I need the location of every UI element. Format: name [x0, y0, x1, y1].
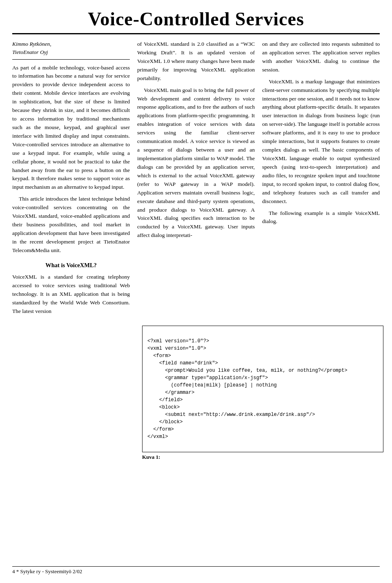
code-caption: Kuva 1: — [142, 454, 383, 460]
code-block: <?xml version="1.0"?> <vxml version="1.0… — [142, 326, 383, 452]
col1-p1: As part of a mobile technology, voice-ba… — [12, 64, 130, 192]
section-heading-what: What is VoiceXML? — [12, 261, 130, 270]
col3-p2: VoiceXML is a markup language that minim… — [262, 78, 380, 206]
column-right: on and they are collected into requests … — [262, 40, 380, 229]
author-name1: Kimmo Rytkönen, — [12, 40, 130, 48]
three-columns: Kimmo Rytkönen, TietoEnator Oyj As part … — [12, 40, 380, 319]
col3-p1: on and they are collected into requests … — [262, 40, 380, 74]
page-wrapper: Voice-Controlled Services Kimmo Rytkönen… — [0, 0, 392, 485]
col3-p3: The following example is a simple VoiceX… — [262, 209, 380, 226]
footer-text: 4 * Sytyke ry - Systeemityö 2/02 — [12, 568, 82, 574]
column-left: Kimmo Rytkönen, TietoEnator Oyj As part … — [12, 40, 130, 319]
page-title: Voice-Controlled Services — [12, 8, 380, 30]
title-section: Voice-Controlled Services — [12, 8, 380, 34]
page-footer: 4 * Sytyke ry - Systeemityö 2/02 — [12, 566, 380, 575]
column-middle: of VoiceXML standard is 2.0 classified a… — [137, 40, 255, 243]
col2-p2: VoiceXML main goal is to bring the full … — [137, 86, 255, 240]
col2-p1: of VoiceXML standard is 2.0 classified a… — [137, 40, 255, 83]
author-block: Kimmo Rytkönen, TietoEnator Oyj — [12, 40, 130, 60]
code-section: <?xml version="1.0"?> <vxml version="1.0… — [12, 326, 380, 460]
col1-p3: VoiceXML is a standard for creating tele… — [12, 273, 130, 316]
code-content: <?xml version="1.0"?> <vxml version="1.0… — [147, 338, 347, 440]
col1-p2: This article introduces the latest techn… — [12, 195, 130, 255]
author-name2: TietoEnator Oyj — [12, 48, 130, 56]
